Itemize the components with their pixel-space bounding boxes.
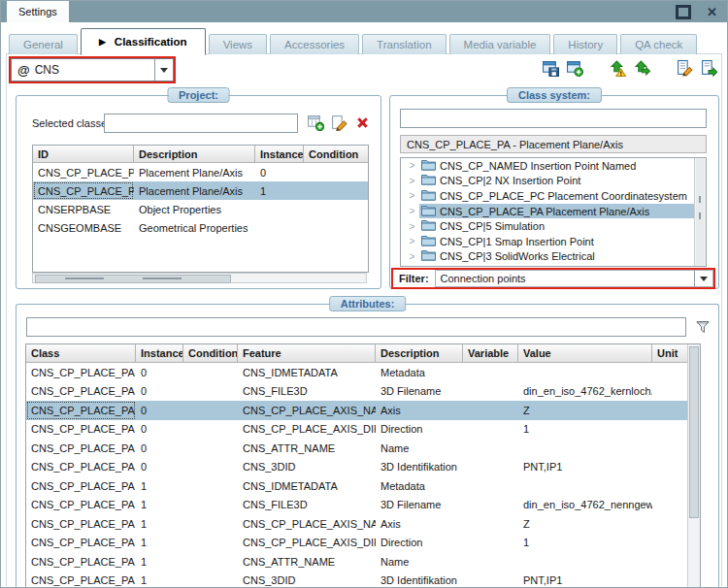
- folder-icon: [421, 249, 436, 263]
- filter-dropdown-button[interactable]: [694, 271, 712, 286]
- table-row[interactable]: CNS_CP_PLACE_PA0CNS_CP_PLACE_AXIS_DIRDir…: [26, 420, 700, 440]
- filter-combobox[interactable]: Connection points: [435, 270, 713, 287]
- column-header-instance[interactable]: Instance: [255, 146, 304, 162]
- table-row[interactable]: CNS_CP_PLACE_PA1CNS_CP_PLACE_AXIS_NAMEAx…: [26, 514, 700, 534]
- table-cell: [183, 420, 238, 440]
- tree-item[interactable]: >CNS_CP|5 Simulation: [401, 218, 706, 234]
- folder-icon: [421, 205, 436, 218]
- tab-qa-check[interactable]: QA check: [620, 34, 697, 54]
- tab-general[interactable]: General: [9, 34, 78, 54]
- table-row[interactable]: CNS_CP_PLACE_PA1CNS_FILE3D3D Filenamedin…: [26, 496, 700, 515]
- table-row[interactable]: CNS_CP_PLACE_PA0CNS_CP_PLACE_AXIS_NAMEAx…: [26, 401, 700, 420]
- tree-item[interactable]: >CNS_CP|3 SolidWorks Electrical: [401, 249, 706, 265]
- table-row[interactable]: CNS_CP_PLACE_PAPlacement Plane/Axis1: [33, 181, 368, 200]
- chevron-right-icon[interactable]: >: [401, 221, 419, 232]
- table-row[interactable]: CNS_CP_PLACE_PA1CNS_3DID3D Identifikatio…: [26, 572, 700, 588]
- table-cell: CNS_CP_PLACE_PA: [26, 496, 136, 515]
- tree-item[interactable]: >CNS_CP_PLACE_PA Placement Plane/Axis: [401, 204, 706, 219]
- class-tree-scrollbar[interactable]: [694, 158, 706, 266]
- column-header-id[interactable]: ID: [33, 146, 134, 162]
- close-icon[interactable]: ✕: [707, 6, 717, 18]
- column-header-value[interactable]: Value: [518, 344, 652, 362]
- tab-history[interactable]: History: [553, 34, 617, 54]
- tree-item-label: CNS_CP_PLACE_PA Placement Plane/Axis: [440, 206, 649, 217]
- table-cell: Placement Plane/Axis: [134, 181, 255, 200]
- export-scheme-icon[interactable]: [700, 59, 717, 77]
- table-row[interactable]: CNS_CP_PLACE_PA1CNS_CP_PLACE_AXIS_DIRDir…: [26, 534, 700, 553]
- chevron-right-icon[interactable]: >: [401, 206, 419, 216]
- tab-media-variable[interactable]: Media variable: [449, 34, 551, 54]
- table-cell: Metadata: [376, 363, 463, 382]
- table-cell: CNSGEOMBASE: [33, 218, 134, 237]
- column-header-description[interactable]: Description: [376, 344, 463, 362]
- maximize-icon[interactable]: [676, 5, 691, 19]
- column-header-instance[interactable]: Instance: [136, 344, 183, 362]
- table-cell: CNS_CP_PLACE_PA: [26, 458, 136, 477]
- class-system-search-input[interactable]: [400, 109, 707, 128]
- tab-label: History: [568, 39, 603, 50]
- table-cell: CNS_CP_PLACE_PA: [26, 363, 136, 382]
- tree-scroll-thumb[interactable]: [696, 159, 705, 265]
- table-cell: CNS_IDMETADATA: [238, 363, 376, 382]
- column-header-condition[interactable]: Condition: [183, 344, 238, 362]
- table-row[interactable]: CNSGEOMBASEGeometrical Properties: [33, 218, 368, 237]
- table-row[interactable]: CNSERPBASEObject Properties: [33, 200, 368, 218]
- edit-class-icon[interactable]: [331, 114, 347, 131]
- table-row[interactable]: CNS_CP_PLACE_PA1CNS_IDMETADATAMetadata: [26, 476, 700, 496]
- edit-scheme-icon[interactable]: [676, 59, 693, 77]
- table-row[interactable]: CNS_CP_PLACE_PA0CNS_FILE3D3D Filenamedin…: [26, 382, 700, 402]
- table-cell: 0: [136, 458, 183, 477]
- add-class-icon[interactable]: [308, 114, 324, 131]
- hscroll-thumb[interactable]: [35, 275, 231, 283]
- table-cell: [518, 552, 652, 572]
- new-scheme-icon[interactable]: [566, 59, 583, 77]
- column-header-class[interactable]: Class: [26, 344, 136, 362]
- column-header-variable[interactable]: Variable: [463, 344, 518, 362]
- window-title-tab[interactable]: Settings: [7, 1, 69, 22]
- table-row[interactable]: CNS_CP_PLACE_PA0CNS_ATTR_NAMEName: [26, 439, 700, 458]
- attributes-search-input[interactable]: [26, 317, 686, 337]
- tree-item[interactable]: >CNS_CP|1 Smap Insertion Point: [401, 234, 706, 249]
- vscroll-thumb[interactable]: [689, 346, 699, 518]
- table-row[interactable]: CNS_CP_PLACE_PA1CNS_ATTR_NAMEName: [26, 552, 700, 572]
- selected-classes-input[interactable]: [104, 114, 298, 133]
- project-table-hscrollbar[interactable]: [32, 273, 367, 283]
- table-cell: din_en_iso_4762_kernloch.3db: [518, 382, 652, 402]
- tree-item[interactable]: >CNS_CP_PLACE_PC Placement Coordinatesys…: [401, 188, 706, 204]
- column-header-feature[interactable]: Feature: [238, 344, 376, 362]
- tree-item-label: CNS_CP|1 Smap Insertion Point: [440, 236, 594, 247]
- tab-accessories[interactable]: Accessories: [270, 34, 359, 54]
- chevron-right-icon[interactable]: >: [401, 176, 419, 186]
- filter-funnel-icon[interactable]: [695, 319, 711, 335]
- scheme-dropdown-button[interactable]: [154, 59, 173, 81]
- table-cell: 0: [255, 163, 304, 181]
- tree-item[interactable]: >CNS_CP_NAMED Insertion Point Named: [401, 158, 706, 174]
- table-row[interactable]: CNS_CP_PLACE_PA0CNS_IDMETADATAMetadata: [26, 363, 700, 382]
- save-scheme-icon[interactable]: [542, 59, 559, 77]
- table-cell: [304, 181, 368, 200]
- import-scheme-icon[interactable]: [633, 59, 650, 77]
- chevron-right-icon[interactable]: >: [401, 251, 419, 262]
- import-warning-icon[interactable]: [609, 59, 626, 77]
- tree-item[interactable]: >CNS_CP|2 NX Insertion Point: [401, 174, 706, 189]
- table-row[interactable]: CNS_CP_PLACE_PAPlacement Plane/Axis0: [33, 163, 368, 181]
- table-row[interactable]: CNS_CP_PLACE_PA0CNS_3DID3D Identifikatio…: [26, 458, 700, 477]
- column-header-description[interactable]: Description: [134, 146, 255, 162]
- tab-translation[interactable]: Translation: [362, 34, 446, 54]
- attributes-caption: Attributes:: [329, 296, 407, 311]
- tab-views[interactable]: Views: [209, 34, 267, 54]
- table-cell: [463, 363, 518, 382]
- tab-classification[interactable]: ▶Classification: [81, 28, 206, 55]
- column-header-condition[interactable]: Condition: [304, 146, 368, 162]
- scheme-combobox[interactable]: @ CNS: [9, 56, 176, 83]
- attributes-table-vscrollbar[interactable]: [687, 344, 700, 588]
- chevron-right-icon[interactable]: >: [401, 160, 419, 171]
- table-cell: [463, 420, 518, 440]
- tab-label: QA check: [635, 39, 682, 50]
- remove-class-icon[interactable]: [354, 114, 371, 131]
- chevron-right-icon[interactable]: >: [401, 190, 419, 201]
- table-cell: CNS_FILE3D: [238, 382, 376, 402]
- filter-value: Connection points: [436, 271, 694, 286]
- chevron-right-icon[interactable]: >: [401, 236, 419, 246]
- column-header-unit[interactable]: Unit: [652, 344, 688, 362]
